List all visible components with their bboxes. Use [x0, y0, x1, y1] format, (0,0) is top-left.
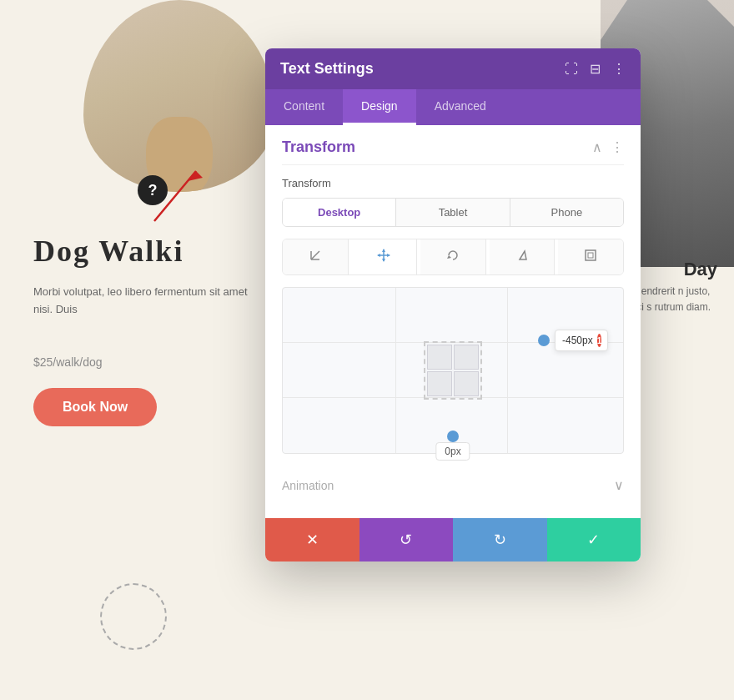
modal-header: Text Settings ⛶ ⊟ ⋮	[265, 48, 641, 89]
more-options-icon[interactable]: ⋮	[612, 61, 626, 77]
page-price: $25/walk/dog	[33, 342, 103, 373]
tooltip-badge: 1	[597, 334, 602, 347]
grid-line-v1	[395, 288, 396, 453]
device-tab-desktop[interactable]: Desktop	[283, 199, 396, 226]
right-heading: Day	[684, 259, 717, 280]
transform-origin-btn[interactable]	[283, 239, 349, 274]
canvas-y-label: 0px	[435, 442, 470, 461]
dashed-circle-decoration	[100, 583, 167, 650]
tooltip-value: -450px	[562, 335, 593, 346]
confirm-button[interactable]: ✓	[547, 518, 641, 562]
modal-header-icons: ⛶ ⊟ ⋮	[565, 61, 626, 77]
modal-tabs: Content Design Advanced	[265, 89, 641, 125]
transform-section-header: Transform ∧ ⋮	[282, 125, 624, 165]
section-title: Transform	[282, 138, 355, 156]
tab-advanced[interactable]: Advanced	[416, 89, 505, 125]
animation-chevron-icon: ∨	[614, 477, 624, 493]
device-tab-phone[interactable]: Phone	[510, 199, 623, 226]
canvas-cell-1	[427, 345, 452, 370]
animation-section[interactable]: Animation ∨	[282, 466, 624, 505]
svg-marker-7	[382, 249, 385, 252]
device-tab-tablet[interactable]: Tablet	[396, 199, 510, 226]
modal-body: Transform ∧ ⋮ Transform Desktop Tablet P…	[265, 125, 641, 518]
handle-dot-top-right[interactable]: -450px 1	[538, 335, 550, 346]
canvas-cell-4	[454, 371, 479, 396]
tab-design[interactable]: Design	[343, 89, 416, 125]
collapse-icon[interactable]: ∧	[592, 139, 602, 155]
text-settings-modal: Text Settings ⛶ ⊟ ⋮ Content Design Advan…	[265, 48, 641, 562]
section-header-icons: ∧ ⋮	[592, 139, 624, 155]
section-more-icon[interactable]: ⋮	[611, 139, 624, 155]
modal-footer: ✕ ↺ ↻ ✓	[265, 518, 641, 562]
transform-scale-btn[interactable]	[558, 239, 623, 274]
arrow-indicator	[146, 163, 229, 229]
page-subtitle: Morbi volutpat, leo libero fermentum sit…	[33, 284, 267, 319]
svg-rect-14	[588, 253, 593, 258]
transform-tools	[282, 239, 624, 275]
tab-content[interactable]: Content	[265, 89, 343, 125]
svg-rect-13	[586, 250, 596, 260]
page-title: Dog Walki	[33, 234, 184, 269]
book-now-button[interactable]: Book Now	[33, 388, 157, 426]
svg-marker-1	[188, 171, 203, 181]
reset-fwd-button[interactable]: ↻	[453, 518, 547, 562]
rotate-icon	[445, 248, 460, 263]
transform-skew-btn[interactable]	[490, 239, 556, 274]
reset-back-button[interactable]: ↺	[359, 518, 454, 562]
canvas-element-inner	[425, 343, 480, 398]
transform-translate-btn[interactable]	[352, 239, 418, 274]
columns-icon[interactable]: ⊟	[590, 61, 601, 77]
svg-marker-9	[377, 254, 380, 257]
transform-canvas[interactable]: -450px 1 0px	[282, 287, 624, 454]
fullscreen-icon[interactable]: ⛶	[565, 62, 578, 77]
skew-icon	[515, 248, 530, 263]
transform-tooltip: -450px 1	[555, 330, 608, 351]
svg-marker-11	[447, 255, 451, 259]
transform-label: Transform	[282, 177, 624, 189]
cancel-button[interactable]: ✕	[265, 518, 359, 562]
origin-icon	[308, 248, 323, 263]
canvas-cell-3	[427, 371, 452, 396]
modal-title: Text Settings	[280, 60, 374, 78]
svg-marker-10	[387, 254, 390, 257]
grid-line-v2	[507, 288, 508, 453]
scale-icon	[583, 248, 598, 263]
translate-icon	[376, 248, 391, 263]
svg-line-2	[311, 251, 319, 259]
svg-marker-8	[382, 259, 385, 262]
canvas-cell-2	[454, 345, 479, 370]
animation-label: Animation	[282, 479, 334, 492]
transform-rotate-btn[interactable]	[420, 239, 486, 274]
canvas-element-wrapper: -450px 1 0px	[423, 340, 483, 400]
canvas-element	[424, 341, 482, 400]
device-tabs: Desktop Tablet Phone	[282, 198, 624, 227]
svg-marker-12	[520, 251, 526, 259]
handle-dot-bottom[interactable]	[447, 431, 459, 442]
